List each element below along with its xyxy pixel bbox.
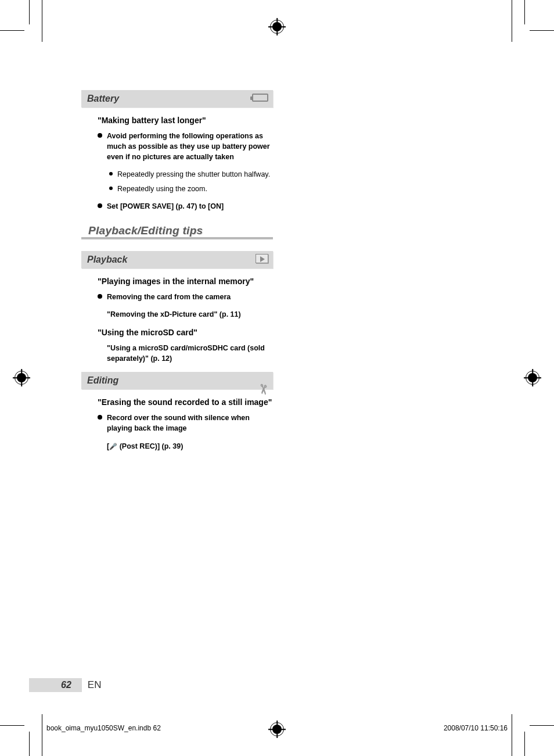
bullet-icon: [98, 294, 102, 299]
mic-icon: 🎤: [109, 443, 117, 450]
language-code: EN: [88, 679, 102, 691]
bullet-item: Record over the sound with silence when …: [98, 413, 273, 433]
bullet-text: Repeatedly using the zoom.: [117, 184, 207, 194]
section-title: Battery: [87, 94, 119, 103]
bullet-text: Removing the card from the camera: [107, 292, 231, 302]
page-number: 62: [29, 678, 82, 692]
bullet-icon: [98, 133, 102, 138]
bullet-text: Repeatedly pressing the shutter button h…: [117, 169, 270, 180]
registration-mark-icon: [15, 371, 28, 385]
section-title: Playback: [87, 255, 127, 264]
bullet-icon: [109, 172, 113, 175]
page-content: Battery "Making battery last longer" Avo…: [81, 90, 273, 460]
bullet-text: Set [POWER SAVE] (p. 47) to [ON]: [107, 201, 224, 212]
section-header-playback: Playback: [81, 251, 273, 268]
scissors-icon: ✂: [256, 383, 271, 393]
tip-heading: "Erasing the sound recorded to a still i…: [98, 397, 273, 407]
page-footer: 62 EN: [29, 678, 101, 692]
section-title: Editing: [87, 375, 118, 385]
bullet-icon: [98, 203, 102, 208]
bullet-item: Removing the card from the camera: [98, 292, 273, 302]
bullet-item: Set [POWER SAVE] (p. 47) to [ON]: [98, 201, 273, 212]
registration-mark-icon: [270, 20, 284, 34]
registration-mark-icon: [270, 722, 284, 736]
tip-heading: "Using the microSD card": [98, 328, 273, 337]
bullet-text: Avoid performing the following operation…: [107, 131, 273, 162]
sub-bullet-item: Repeatedly pressing the shutter button h…: [109, 169, 273, 180]
tip-heading: "Making battery last longer": [98, 116, 273, 125]
tip-heading: "Playing images in the internal memory": [98, 277, 273, 286]
playback-icon: [256, 254, 268, 266]
reference-text: "Using a microSD card/microSDHC card (so…: [107, 343, 273, 364]
imprint-date: 2008/07/10 11:50:16: [444, 724, 508, 732]
section-header-battery: Battery: [81, 90, 273, 108]
bullet-text: Record over the sound with silence when …: [107, 413, 273, 433]
sub-bullet-item: Repeatedly using the zoom.: [109, 184, 273, 194]
major-heading: Playback/Editing tips: [81, 224, 273, 239]
section-header-editing: Editing ✂: [81, 372, 273, 389]
reference-text: "Removing the xD-Picture card" (p. 11): [107, 309, 273, 320]
bullet-icon: [98, 415, 102, 420]
registration-mark-icon: [526, 371, 539, 385]
battery-icon: [252, 94, 268, 104]
bullet-icon: [109, 187, 113, 190]
imprint-file: book_oima_myu1050SW_en.indb 62: [46, 724, 161, 732]
bullet-item: Avoid performing the following operation…: [98, 131, 273, 162]
reference-text: [🎤 (Post REC)] (p. 39): [107, 441, 273, 452]
